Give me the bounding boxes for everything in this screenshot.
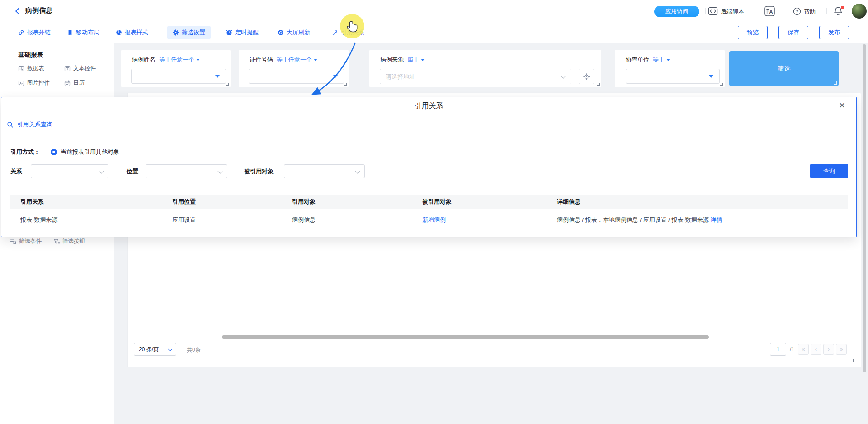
case-name-select[interactable] <box>131 69 226 84</box>
sidebar-item-filter-condition[interactable]: 筛选条件 <box>10 238 42 245</box>
page-title: 病例信息 <box>25 6 52 15</box>
tab-scheduled-reminder[interactable]: 定时提醒 <box>221 26 264 39</box>
save-button[interactable]: 保存 <box>778 26 808 39</box>
filter-condition-icon <box>10 238 16 245</box>
column-header: 详细信息 <box>557 195 580 209</box>
cell-relation: 报表-数据来源 <box>20 213 57 227</box>
datatable-icon <box>18 66 24 72</box>
help-label[interactable]: 帮助 <box>804 8 816 16</box>
assist-unit-select[interactable] <box>626 69 720 84</box>
publish-button[interactable]: 发布 <box>819 26 849 39</box>
sidebar-item-label: 文本控件 <box>73 65 96 72</box>
filter-label: 证件号码 <box>250 56 273 64</box>
divider <box>705 8 706 14</box>
help-icon[interactable]: ? <box>793 7 801 15</box>
filter-submit-button[interactable]: 筛选 <box>729 51 839 86</box>
svg-text:A: A <box>769 9 773 14</box>
prev-page-button[interactable]: ‹ <box>811 344 821 355</box>
sidebar-item-label: 图片控件 <box>27 79 50 87</box>
resize-handle[interactable] <box>344 83 347 86</box>
tab-mobile-layout[interactable]: 移动布局 <box>61 26 105 39</box>
code-icon[interactable] <box>708 7 718 15</box>
filter-label: 病例来源 <box>380 56 404 64</box>
preview-button[interactable]: 预览 <box>738 26 768 39</box>
resize-handle[interactable] <box>720 83 723 86</box>
reference-icon <box>332 29 338 36</box>
modal-title: 引用关系 <box>1 101 856 111</box>
avatar[interactable] <box>852 4 867 19</box>
column-header: 引用关系 <box>20 195 44 209</box>
chevron-down-icon <box>217 168 222 173</box>
back-icon[interactable] <box>14 7 20 15</box>
backend-script-button[interactable]: 后端脚本 <box>721 8 744 16</box>
resize-handle[interactable] <box>850 359 854 362</box>
sidebar-item-filter-button[interactable]: 筛选按钮 <box>53 238 85 245</box>
language-icon[interactable]: A <box>764 5 775 17</box>
column-header: 引用位置 <box>172 195 196 209</box>
tab-report-style[interactable]: 报表样式 <box>110 26 154 39</box>
referenced-object-select[interactable] <box>284 164 365 178</box>
detail-link[interactable]: 详情 <box>710 216 722 223</box>
resize-handle[interactable] <box>226 83 229 86</box>
relation-label: 关系 <box>10 167 22 176</box>
page-total: /1 <box>790 346 794 353</box>
address-input[interactable] <box>380 69 571 84</box>
caret-down-icon <box>709 75 713 78</box>
cell-referenced-link[interactable]: 新增病例 <box>422 213 446 227</box>
calendar-icon <box>64 80 71 86</box>
reference-mode-row: 引用方式： 当前报表引用其他对象 <box>10 148 119 156</box>
title-underline <box>25 19 55 19</box>
tab-label: 大屏刷新 <box>287 29 310 37</box>
sidebar-item-datatable[interactable]: 数据表 <box>18 65 44 72</box>
reference-query-link[interactable]: 引用关系查询 <box>7 120 52 129</box>
mode-option-label[interactable]: 当前报表引用其他对象 <box>61 148 119 156</box>
location-select[interactable] <box>146 164 227 178</box>
app-access-button[interactable]: 应用访问 <box>654 6 699 17</box>
filter-card-assist-unit: 协查单位 等于 <box>615 50 725 87</box>
search-icon <box>7 121 14 128</box>
tab-report-external-link[interactable]: 报表外链 <box>13 26 56 39</box>
svg-text:?: ? <box>796 9 798 14</box>
last-page-button[interactable]: » <box>836 344 847 355</box>
reference-table: 引用关系 引用位置 引用对象 被引用对象 详细信息 报表-数据来源 应用设置 病… <box>10 195 848 237</box>
close-icon[interactable]: ✕ <box>839 100 845 110</box>
sidebar-item-calendar[interactable]: 日历 <box>64 79 85 87</box>
operator-dropdown[interactable]: 等于 <box>653 56 670 64</box>
radio-selected[interactable] <box>51 149 57 155</box>
resize-handle[interactable] <box>597 83 600 86</box>
cell-location: 应用设置 <box>172 213 196 227</box>
vertical-scrollbar[interactable] <box>863 44 866 372</box>
text-widget-icon <box>64 66 71 72</box>
caret-down-icon <box>333 75 338 78</box>
id-number-select[interactable] <box>249 69 344 84</box>
operator-dropdown[interactable]: 属于 <box>407 56 425 64</box>
relation-select[interactable] <box>31 164 108 178</box>
locate-button[interactable] <box>579 69 594 84</box>
page-size-select[interactable]: 20 条/页 <box>134 343 176 356</box>
column-header: 引用对象 <box>292 195 316 209</box>
operator-dropdown[interactable]: 等于任意一个 <box>277 56 317 64</box>
app-window: 病例信息 应用访问 后端脚本 A ? 帮助 报表外链 移动布局 报表样式 <box>0 0 868 424</box>
sidebar-item-label: 日历 <box>73 79 85 87</box>
caret-down-icon <box>421 59 425 61</box>
tab-filter-settings[interactable]: 筛选设置 <box>167 26 211 39</box>
refresh-icon <box>278 29 284 36</box>
first-page-button[interactable]: « <box>798 344 809 355</box>
query-button[interactable]: 查询 <box>810 164 848 178</box>
target-icon <box>583 73 590 80</box>
sidebar-item-text-widget[interactable]: 文本控件 <box>64 65 96 72</box>
top-header: 病例信息 应用访问 后端脚本 A ? 帮助 <box>0 0 868 22</box>
resize-handle[interactable] <box>834 81 837 85</box>
tab-screen-refresh[interactable]: 大屏刷新 <box>272 26 316 39</box>
horizontal-scrollbar[interactable] <box>222 335 709 339</box>
pie-icon <box>116 29 122 36</box>
referenced-object-label: 被引用对象 <box>244 167 274 176</box>
sidebar-item-image-widget[interactable]: 图片控件 <box>18 79 50 87</box>
sidebar-item-label: 筛选条件 <box>19 238 42 245</box>
cell-object: 病例信息 <box>292 213 316 227</box>
caret-down-icon <box>196 59 200 61</box>
operator-dropdown[interactable]: 等于任意一个 <box>159 56 200 64</box>
next-page-button[interactable]: › <box>823 344 834 355</box>
column-header: 被引用对象 <box>422 195 452 209</box>
page-number-input[interactable] <box>770 343 786 356</box>
